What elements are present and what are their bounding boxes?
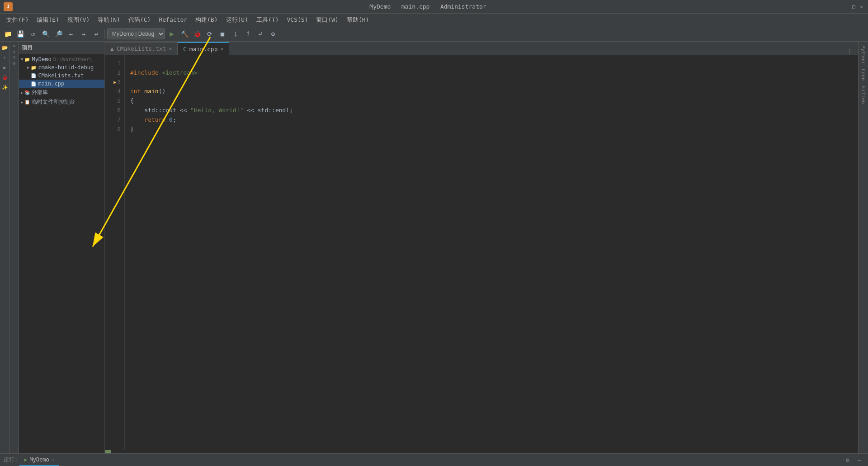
far-right-sidebar: Python Code Fitten (858, 42, 868, 453)
window-controls[interactable]: — □ ✕ (843, 4, 864, 10)
project-panel: 项目 ▼ 📁 MyDemo D:\WorkOther\ ▶ 📁 cmake-bu… (19, 42, 105, 453)
menu-run[interactable]: 运行(U) (222, 14, 252, 25)
title-bar-left: J (4, 2, 13, 11)
tab-run-mydemo[interactable]: ▶ MyDemo ✕ (19, 454, 59, 466)
tab-maincpp[interactable]: C main.cpp ✕ (178, 42, 229, 55)
menu-refactor[interactable]: Refactor (155, 15, 191, 24)
maximize-button[interactable]: □ (851, 4, 857, 10)
tree-item-maincpp[interactable]: ▶ 📄 main.cpp (19, 80, 104, 88)
toolbar-step-over-button[interactable]: ⤵ (229, 28, 241, 40)
tab-maincpp-label: main.cpp (189, 46, 218, 52)
toolbar-stop-button[interactable]: ■ (217, 28, 228, 40)
menu-window[interactable]: 窗口(W) (312, 14, 342, 25)
toolbar-back-button[interactable]: ← (65, 28, 77, 40)
toolbar: 📁 💾 ↺ 🔍 🔎 ← → ↩ MyDemo | Debug ▶ 🔨 🐞 ⟳ ■… (0, 26, 868, 42)
toolbar-step-out-button[interactable]: ⤶ (255, 28, 266, 40)
menu-code[interactable]: 代码(C) (125, 14, 154, 25)
line-num-3: ▶ 3 (105, 78, 121, 87)
bp-minimize-button[interactable]: — (854, 455, 864, 465)
menu-navigate[interactable]: 导航(N) (94, 14, 123, 25)
toolbar-reload-button[interactable]: ⟳ (204, 28, 216, 40)
tab-maincpp-icon: C (183, 46, 187, 52)
toolbar-search-button[interactable]: 🔍 (40, 28, 52, 40)
line-numbers: 1 2 ▶ 3 4 5 6 7 8 (105, 55, 125, 450)
toolbar-debug-button[interactable]: 🐞 (191, 28, 203, 40)
toolbar-forward-button[interactable]: → (78, 28, 90, 40)
run-button[interactable]: ▶ (166, 28, 178, 40)
line-num-2: 2 (105, 68, 121, 78)
bottom-panel-actions: ⚙ — (843, 455, 864, 465)
tab-cmakelists-label: CMakeLists.txt (117, 45, 166, 52)
run-label: 运行: (4, 456, 18, 464)
tab-cmakelists-icon: ▲ (110, 45, 114, 52)
minimize-button[interactable]: — (843, 4, 849, 10)
tab-cmakelists[interactable]: ▲ CMakeLists.txt ✕ (105, 42, 178, 55)
line-num-5: 5 (105, 96, 121, 106)
bp-settings-button[interactable]: ⚙ (843, 455, 853, 465)
secondary-icon-4[interactable]: ⚙ (13, 61, 15, 66)
menu-vcs[interactable]: VCS(S) (283, 15, 312, 24)
sidebar-debug-icon[interactable]: 🐞 (1, 73, 9, 81)
editor-tabs: ▲ CMakeLists.txt ✕ C main.cpp ✕ ⋮ (105, 42, 858, 55)
tree-label-scratch: 临时文件和控制台 (32, 98, 75, 106)
tree-label-mydemo: MyDemo (32, 56, 51, 62)
sidebar-code-icon[interactable]: Code (859, 67, 867, 83)
toolbar-settings-button[interactable]: ⚙ (267, 28, 279, 40)
tabs-more-button[interactable]: ⋮ (844, 48, 855, 55)
line-num-8: 8 (105, 125, 121, 134)
code-content[interactable]: #include <iostream> int main() { std::co… (125, 55, 858, 450)
tree-item-cmake-build[interactable]: ▶ 📁 cmake-build-debug (19, 63, 104, 71)
secondary-icon-1[interactable]: ⊞ (13, 43, 15, 48)
menu-build[interactable]: 构建(B) (192, 14, 221, 25)
left-sidebar-icons: 📂 ↑ ▶ 🐞 ✨ (0, 42, 10, 453)
line-num-6: 6 (105, 106, 121, 115)
tree-item-cmakelists[interactable]: ▶ 📄 CMakeLists.txt (19, 71, 104, 80)
tree-label-cmakelists: CMakeLists.txt (38, 72, 84, 79)
toolbar-open-button[interactable]: 📁 (2, 28, 14, 40)
main-layout: 📂 ↑ ▶ 🐞 ✨ ⊞ ≡ ≡ ⚙ 项目 ▼ 📁 MyDemo D:\WorkO… (0, 42, 868, 453)
project-panel-header: 项目 (19, 42, 104, 54)
toolbar-save-button[interactable]: 💾 (14, 28, 26, 40)
tree-item-external-libs[interactable]: ▶ 📚 外部库 (19, 88, 104, 97)
close-button[interactable]: ✕ (859, 4, 864, 10)
sidebar-project-icon[interactable]: 📂 (1, 43, 9, 52)
tab-run-close[interactable]: ✕ (52, 457, 54, 462)
secondary-icon-3[interactable]: ≡ (13, 55, 15, 60)
toolbar-search2-button[interactable]: 🔎 (52, 28, 64, 40)
tree-label-cmake-build: cmake-build-debug (38, 64, 94, 71)
tab-maincpp-close[interactable]: ✕ (220, 46, 223, 52)
sidebar-run-icon[interactable]: ▶ (1, 63, 9, 71)
sidebar-python-icon[interactable]: Python (859, 43, 867, 65)
menu-view[interactable]: 视图(V) (64, 14, 93, 25)
config-selector[interactable]: MyDemo | Debug (107, 29, 165, 39)
sidebar-ai-icon[interactable]: ✨ (1, 83, 9, 91)
tab-cmakelists-close[interactable]: ✕ (169, 46, 172, 52)
tree-item-scratch[interactable]: ▶ 📋 临时文件和控制台 (19, 97, 104, 107)
menu-help[interactable]: 帮助(H) (343, 14, 373, 25)
menu-tools[interactable]: 工具(T) (253, 14, 282, 25)
title-bar: J MyDemo - main.cpp - Administrator — □ … (0, 0, 868, 14)
toolbar-refresh-button[interactable]: ↺ (27, 28, 39, 40)
line-num-7: 7 (105, 115, 121, 125)
sidebar-fitten-icon[interactable]: Fitten (859, 84, 867, 106)
menu-file[interactable]: 文件(F) (3, 14, 32, 25)
bottom-panel: 运行: ▶ MyDemo ✕ ⚙ — ▶ 🔧 ⚙ ■ ≡ ⬆ ⬇ 🖨 🗑 📌 D… (0, 453, 868, 466)
secondary-icon-2[interactable]: ≡ (13, 49, 15, 54)
secondary-sidebar-icons: ⊞ ≡ ≡ ⚙ (10, 42, 19, 453)
toolbar-step-into-button[interactable]: ⤴ (242, 28, 254, 40)
window-title: MyDemo - main.cpp - Administrator (369, 3, 486, 10)
toolbar-undo-button[interactable]: ↩ (90, 28, 102, 40)
line-num-4: 4 (105, 87, 121, 96)
menu-edit[interactable]: 编辑(E) (33, 14, 62, 25)
tab-run-icon: ▶ (24, 456, 27, 463)
right-gutter (105, 450, 111, 453)
tree-label-external-libs: 外部库 (32, 89, 48, 96)
bottom-panel-tabs: 运行: ▶ MyDemo ✕ ⚙ — (0, 454, 868, 466)
line-num-1: 1 (105, 59, 121, 68)
sidebar-commit-icon[interactable]: ↑ (1, 53, 9, 62)
tree-item-mydemo[interactable]: ▼ 📁 MyDemo D:\WorkOther\ (19, 55, 104, 63)
toolbar-build-button[interactable]: 🔨 (179, 28, 190, 40)
app-icon: J (4, 2, 13, 11)
code-editor: 1 2 ▶ 3 4 5 6 7 8 #include <iostream> in… (105, 55, 858, 450)
toolbar-separator-1 (104, 29, 105, 38)
